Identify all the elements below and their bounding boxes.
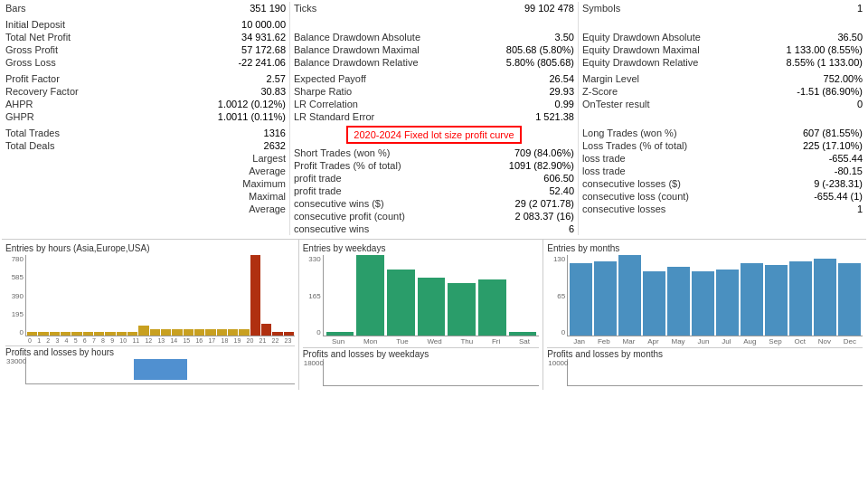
chart3-bars bbox=[567, 255, 863, 336]
chart1-bar bbox=[71, 332, 81, 336]
chart3-bar bbox=[789, 261, 812, 336]
chart3-xlabel: May bbox=[671, 337, 684, 345]
chart1-xlabel: 10 bbox=[119, 337, 127, 344]
chart3-ylabel-1: 65 bbox=[547, 292, 565, 300]
value-lr-corr: 0.99 bbox=[502, 99, 574, 109]
label-eq-draw-rel: Equity Drawdown Relative bbox=[582, 57, 787, 68]
label-max-cons-losses: consecutive losses ($) bbox=[582, 178, 790, 189]
chart2-bar bbox=[478, 279, 506, 336]
value-avg-cons-wins: 6 bbox=[502, 223, 574, 234]
value-avg-profit: 52.40 bbox=[502, 185, 574, 196]
chart2-bar bbox=[356, 255, 384, 336]
label-avg-loss: loss trade bbox=[582, 166, 790, 176]
chart1-xlabel: 16 bbox=[195, 337, 203, 344]
chart1-xlabel: 13 bbox=[157, 337, 165, 344]
chart3-xlabel: Aug bbox=[743, 337, 756, 345]
chart3-bar bbox=[814, 259, 836, 336]
chart1-bar bbox=[150, 329, 160, 336]
value-avg-cons-losses: 1 bbox=[790, 203, 863, 214]
value-sharpe: 29.93 bbox=[502, 86, 574, 97]
chart3-bar bbox=[838, 263, 861, 336]
chart1-xlabel: 19 bbox=[234, 337, 241, 344]
chart1-xlabel: 21 bbox=[259, 337, 267, 344]
chart1-xlabel: 22 bbox=[272, 337, 279, 344]
chart1-bar bbox=[38, 332, 48, 336]
value-eq-draw-abs: 36.50 bbox=[790, 32, 863, 43]
chart3-ylabel-0: 130 bbox=[547, 255, 565, 263]
chart1-bar bbox=[272, 332, 282, 336]
value-gross-profit: 57 172.68 bbox=[213, 44, 286, 55]
chart1-xlabel: 6 bbox=[83, 337, 87, 344]
profits-label-hours: Profits and losses by hours bbox=[5, 345, 295, 357]
label-total-deals: Total Deals bbox=[5, 140, 213, 151]
chart1-ylabel-0: 780 bbox=[5, 255, 24, 263]
label-max-cons-profit: consecutive profit (count) bbox=[294, 211, 502, 222]
value-total-deals: 2632 bbox=[213, 140, 286, 151]
label-ghpr: GHPR bbox=[5, 111, 213, 122]
chart1-bar bbox=[261, 324, 271, 336]
chart1-xlabel: 1 bbox=[37, 337, 41, 344]
label-long-trades: Long Trades (won %) bbox=[582, 128, 790, 138]
chart1-xlabel: 0 bbox=[28, 337, 32, 344]
profits-y3-0: 10000 bbox=[548, 359, 568, 367]
chart2-xlabel: Sun bbox=[332, 337, 344, 345]
chart1-bar bbox=[105, 332, 115, 336]
value-gross-loss: -22 241.06 bbox=[213, 57, 286, 68]
chart3-xlabel: Sep bbox=[769, 337, 781, 345]
value-long-trades: 607 (81.55%) bbox=[790, 128, 863, 138]
label-ontester: OnTester result bbox=[582, 99, 790, 109]
label-ahpr: AHPR bbox=[5, 99, 213, 109]
label-max-cons-wins: consecutive wins ($) bbox=[294, 198, 502, 209]
chart1-xlabel: 11 bbox=[132, 337, 139, 344]
chart1-bar bbox=[83, 332, 93, 336]
chart1-bar bbox=[161, 329, 171, 336]
chart1-xlabel: 18 bbox=[221, 337, 228, 344]
value-bal-draw-abs: 3.50 bbox=[502, 32, 574, 43]
stats-col3: Symbols 1 Equity Drawdown Absolute 36.50… bbox=[579, 2, 866, 235]
chart2-xlabel: Thu bbox=[460, 337, 473, 345]
chart3-bar bbox=[716, 270, 739, 336]
label-initial-deposit: Initial Deposit bbox=[5, 19, 213, 30]
chart1-xlabel: 3 bbox=[55, 337, 59, 344]
chart-entries-weekdays: Entries by weekdays 330 165 0 SunMonTueW… bbox=[299, 240, 544, 390]
chart2-xlabel: Sat bbox=[519, 337, 530, 345]
label-ticks: Ticks bbox=[294, 3, 502, 14]
value-largest-loss: -655.44 bbox=[790, 153, 863, 164]
value-loss-trades: 225 (17.10%) bbox=[790, 140, 863, 151]
chart3-bar bbox=[618, 255, 641, 336]
chart1-bar bbox=[284, 332, 294, 336]
stats-col1: Bars 351 190 Initial Deposit 10 000.00 T… bbox=[2, 2, 290, 235]
chart1-ylabel-4: 0 bbox=[5, 328, 24, 336]
value-bal-draw-rel: 5.80% (805.68) bbox=[502, 57, 574, 68]
value-recovery-factor: 30.83 bbox=[213, 86, 286, 97]
chart1-ylabel-3: 195 bbox=[5, 310, 24, 318]
chart1-bar bbox=[127, 332, 137, 336]
chart1-xlabel: 12 bbox=[145, 337, 152, 344]
label-largest-profit: profit trade bbox=[294, 173, 502, 184]
value-largest-profit: 606.50 bbox=[502, 173, 574, 184]
chart2-xlabels: SunMonTueWedThuFriSat bbox=[323, 337, 540, 345]
label-maximum: Maximum bbox=[5, 178, 286, 189]
value-total-trades: 1316 bbox=[213, 128, 286, 138]
value-bars: 351 190 bbox=[213, 3, 286, 14]
chart2-xlabel: Tue bbox=[396, 337, 409, 345]
stats-col2: Ticks 99 102 478 Balance Drawdown Absolu… bbox=[290, 2, 579, 235]
chart2-bar bbox=[448, 283, 476, 336]
label-largest: Largest bbox=[5, 153, 286, 164]
chart1-bar bbox=[172, 329, 182, 336]
chart2-bar bbox=[387, 270, 415, 336]
chart3-xlabel: Jul bbox=[722, 337, 731, 345]
chart2-xlabel: Mon bbox=[363, 337, 378, 345]
chart3-xlabel: Jun bbox=[697, 337, 709, 345]
chart1-xlabel: 9 bbox=[110, 337, 114, 344]
chart1-xlabels: 01234567891011121314151617181920212223 bbox=[25, 337, 295, 344]
label-total-net-profit: Total Net Profit bbox=[5, 32, 213, 43]
chart3-xlabel: Nov bbox=[818, 337, 831, 345]
chart1-bar bbox=[194, 329, 204, 336]
chart2-bar bbox=[509, 332, 537, 336]
chart2-ylabel-1: 165 bbox=[303, 292, 321, 300]
chart3-bar bbox=[667, 267, 690, 336]
label-lr-corr: LR Correlation bbox=[294, 99, 502, 109]
value-max-cons-wins: 29 (2 071.78) bbox=[502, 198, 574, 209]
value-ontester: 0 bbox=[790, 99, 863, 109]
